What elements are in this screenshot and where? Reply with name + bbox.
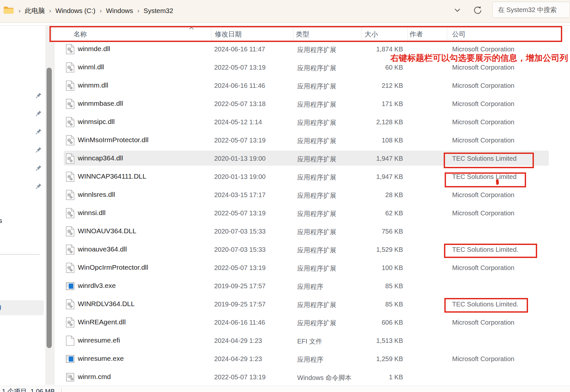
file-row[interactable]: winnlsres.dll2024-03-15 17:17应用程序扩展28 KB… xyxy=(0,186,570,205)
file-name: winrdlv3.exe xyxy=(78,282,116,290)
file-name: winnsi.dll xyxy=(78,209,105,217)
file-row[interactable]: winncap364.dll2020-01-13 19:00应用程序扩展1,94… xyxy=(0,150,570,168)
file-size: 171 KB xyxy=(342,100,403,108)
address-toolbar: ›此电脑›Windows (C:)›Windows›System32 xyxy=(0,0,570,23)
dll-file-icon xyxy=(66,208,75,219)
file-date-modified: 2022-05-07 13:19 xyxy=(214,264,266,272)
breadcrumb-item-2[interactable]: Windows (C:) xyxy=(55,7,95,15)
annotation-box-company xyxy=(444,298,528,313)
file-row[interactable]: WINNCAP364111.DLL2020-01-13 19:00应用程序扩展1… xyxy=(0,168,570,186)
dll-file-icon xyxy=(66,226,75,237)
file-row[interactable]: winrm.cmd2022-05-07 13:19Windows 命令脚本1 K… xyxy=(0,369,570,387)
file-size: 1,513 KB xyxy=(342,337,403,345)
file-row[interactable]: winmm.dll2024-06-16 11:46应用程序扩展212 KBMic… xyxy=(0,77,570,95)
file-row[interactable]: winmsipc.dll2024-05-12 1:14应用程序扩展2,128 K… xyxy=(0,114,570,132)
file-row[interactable]: winresume.efi2024-04-29 1:23EFI 文件1,513 … xyxy=(0,332,570,350)
file-name: WinMsoIrmProtector.dll xyxy=(78,136,148,144)
file-row[interactable]: winrdlv3.exe2019-09-25 17:57应用程序85 KB xyxy=(0,277,570,296)
file-date-modified: 2022-05-07 13:18 xyxy=(214,100,266,108)
search-input[interactable] xyxy=(498,6,563,14)
file-name: winmsipc.dll xyxy=(78,118,115,126)
file-type: 应用程序扩展 xyxy=(297,82,336,91)
annotation-box-company xyxy=(444,244,537,258)
file-row[interactable]: winnsi.dll2022-05-07 13:19应用程序扩展62 KBMic… xyxy=(0,205,570,223)
file-name: WINNCAP364111.DLL xyxy=(78,172,146,180)
file-date-modified: 2024-06-16 11:47 xyxy=(214,46,265,53)
annotation-cursor-mark xyxy=(496,179,499,185)
chevron-down-icon[interactable] xyxy=(452,6,462,15)
file-name: winresume.efi xyxy=(78,336,120,344)
file-type: 应用程序扩展 xyxy=(297,319,336,328)
file-type: 应用程序扩展 xyxy=(297,228,336,237)
file-type: EFI 文件 xyxy=(297,337,322,346)
file-date-modified: 2020-01-13 19:00 xyxy=(214,155,266,162)
file-row[interactable]: WINRDLV364.DLL2019-09-25 17:57应用程序扩展85 K… xyxy=(0,296,570,314)
refresh-icon[interactable] xyxy=(473,6,482,15)
file-date-modified: 2020-07-03 15:33 xyxy=(214,228,266,235)
file-size: 2,128 KB xyxy=(342,118,403,126)
file-row[interactable]: WinMsoIrmProtector.dll2022-05-07 13:19应用… xyxy=(0,132,570,150)
dll-file-icon xyxy=(66,135,75,146)
file-date-modified: 2020-07-03 15:33 xyxy=(214,246,266,253)
file-date-modified: 2022-05-07 13:19 xyxy=(214,64,266,71)
file-type: 应用程序 xyxy=(297,355,323,364)
file-type: 应用程序扩展 xyxy=(297,46,336,54)
file-type: 应用程序扩展 xyxy=(297,210,336,218)
file-row[interactable]: winoauve364.dll2020-07-03 15:33应用程序扩展1,5… xyxy=(0,241,570,259)
dll-file-icon xyxy=(66,299,75,310)
file-name: winoauve364.dll xyxy=(78,245,127,253)
file-date-modified: 2024-06-16 11:46 xyxy=(214,319,265,326)
file-date-modified: 2024-06-16 11:46 xyxy=(214,82,265,89)
file-type: 应用程序扩展 xyxy=(297,301,336,309)
file-size: 85 KB xyxy=(342,282,403,290)
breadcrumb-item-3[interactable]: Windows xyxy=(106,7,133,15)
file-size: 756 KB xyxy=(342,228,403,235)
file-row[interactable]: WINOAUV364.DLL2020-07-03 15:33应用程序扩展756 … xyxy=(0,223,570,241)
breadcrumb-item-1[interactable]: 此电脑 xyxy=(25,6,45,15)
file-row[interactable]: WinOpcIrmProtector.dll2022-05-07 13:19应用… xyxy=(0,259,570,277)
file-name: winnlsres.dll xyxy=(78,191,115,198)
dll-file-icon xyxy=(66,171,75,182)
dll-file-icon xyxy=(66,117,75,128)
file-size: 1,874 KB xyxy=(342,46,403,53)
file-row[interactable]: winmmbase.dll2022-05-07 13:18应用程序扩展171 K… xyxy=(0,95,570,114)
breadcrumb-item-4[interactable]: System32 xyxy=(144,7,173,15)
search-box xyxy=(492,2,570,18)
file-company: Microsoft Corporation xyxy=(452,264,514,272)
dll-file-icon xyxy=(66,317,75,328)
dll-file-icon xyxy=(66,99,75,109)
file-size: 85 KB xyxy=(342,301,403,308)
folder-icon xyxy=(3,6,14,16)
file-type: 应用程序扩展 xyxy=(297,246,336,255)
breadcrumb-separator: › xyxy=(100,7,102,14)
breadcrumb: ›此电脑›Windows (C:)›Windows›System32 xyxy=(3,0,173,21)
file-size: 606 KB xyxy=(342,319,403,326)
file-size: 1,947 KB xyxy=(342,155,403,162)
file-size: 60 KB xyxy=(342,64,403,71)
file-name: winmde.dll xyxy=(78,45,110,53)
file-type: 应用程序扩展 xyxy=(297,191,336,200)
file-size: 1,259 KB xyxy=(342,355,403,363)
file-name: winresume.exe xyxy=(78,355,124,362)
file-company: Microsoft Corporation xyxy=(452,82,514,89)
annotation-box-company xyxy=(444,153,534,168)
file-date-modified: 2022-05-07 13:19 xyxy=(214,137,266,144)
file-row[interactable]: winresume.exe2024-04-29 1:23应用程序1,259 KB… xyxy=(0,350,570,369)
file-size: 1,529 KB xyxy=(342,246,403,253)
file-size: 28 KB xyxy=(342,191,403,199)
script-file-icon xyxy=(66,372,75,383)
annotation-box-header xyxy=(49,26,562,42)
file-date-modified: 2024-05-12 1:14 xyxy=(214,118,262,126)
file-name: winmmbase.dll xyxy=(78,100,123,107)
file-date-modified: 2024-04-29 1:23 xyxy=(214,337,262,345)
file-row[interactable]: WinREAgent.dll2024-06-16 11:46应用程序扩展606 … xyxy=(0,314,570,332)
file-company: Microsoft Corporation xyxy=(452,355,514,363)
dll-file-icon xyxy=(66,190,75,200)
file-name: winmm.dll xyxy=(78,81,108,89)
status-bar: 1 个项目 1.06 MB xyxy=(0,386,570,392)
file-company: Microsoft Corporation xyxy=(452,100,514,108)
file-size: 1 KB xyxy=(342,373,403,381)
statusbar-separator xyxy=(61,388,62,392)
file-size: 1,947 KB xyxy=(342,173,403,181)
file-company: Microsoft Corporation xyxy=(452,46,514,53)
